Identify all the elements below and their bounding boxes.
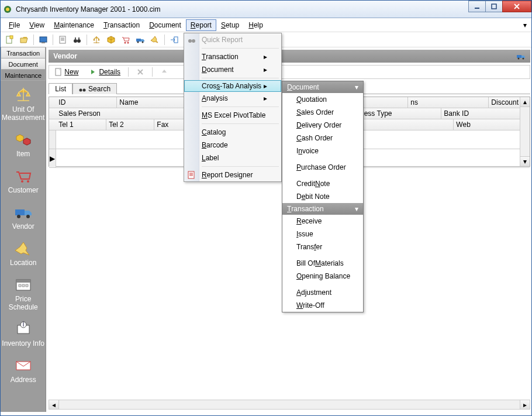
- details-button[interactable]: Details: [85, 66, 125, 78]
- tb-box-icon[interactable]: [105, 33, 118, 46]
- menu-label[interactable]: Label: [184, 152, 281, 164]
- close-button[interactable]: [502, 1, 531, 12]
- submenu-invoice[interactable]: Invoice: [282, 145, 363, 157]
- svg-rect-7: [42, 42, 45, 43]
- envelope-icon: [14, 357, 33, 373]
- binoculars-icon: [79, 85, 86, 92]
- submenu-issue[interactable]: Issue: [282, 228, 363, 240]
- menu-overflow-chevron[interactable]: ▾: [523, 21, 528, 29]
- tb-open-icon[interactable]: [18, 33, 30, 46]
- up-button[interactable]: [156, 66, 172, 78]
- tab-label: List: [55, 85, 66, 93]
- sidebar-item-label: Inventory Info: [2, 339, 44, 348]
- col-business-type[interactable]: siness Type: [353, 108, 441, 119]
- menu-help[interactable]: Help: [244, 19, 268, 31]
- svg-point-38: [83, 89, 86, 92]
- sidebar-item-location[interactable]: Location: [1, 236, 46, 273]
- menu-document[interactable]: Document: [144, 19, 186, 31]
- col-bank-id[interactable]: Bank ID: [441, 108, 530, 119]
- submenu-cash-order[interactable]: Cash Order: [282, 132, 363, 145]
- menu-report[interactable]: Report: [186, 19, 216, 31]
- sidebar-item-item[interactable]: Item: [1, 128, 46, 164]
- menu-catalog[interactable]: Catalog: [184, 126, 281, 139]
- menu-quick-report[interactable]: Quick Report: [184, 33, 281, 46]
- svg-rect-8: [60, 36, 65, 43]
- submenu-opening-balance[interactable]: Opening Balance: [282, 270, 363, 283]
- submenu-delivery-order[interactable]: Delivery Order: [282, 119, 363, 132]
- menu-maintenance[interactable]: Maintenance: [49, 19, 99, 31]
- row-indicator: ▶: [49, 149, 56, 167]
- submenu-sales-order[interactable]: Sales Order: [282, 106, 363, 119]
- info-icon: i: [14, 321, 33, 337]
- scroll-up-icon[interactable]: ▴: [520, 97, 530, 107]
- details-button-label: Details: [99, 68, 120, 76]
- sidebar-tab-document[interactable]: Document: [1, 58, 46, 70]
- svg-point-34: [518, 58, 520, 60]
- submenu-writeoff[interactable]: Write-Off: [282, 299, 363, 312]
- tb-new-icon[interactable]: [3, 33, 16, 46]
- menubar: File View Maintenance Transaction Docume…: [1, 18, 531, 32]
- tab-search[interactable]: Search: [72, 83, 117, 94]
- col-ns[interactable]: ns: [408, 97, 489, 108]
- svg-rect-3: [492, 4, 496, 9]
- menu-barcode[interactable]: Barcode: [184, 139, 281, 152]
- new-button[interactable]: New: [50, 66, 82, 78]
- col-id[interactable]: ID: [56, 97, 117, 108]
- tb-truck-icon[interactable]: [134, 33, 147, 46]
- submenu-section-transaction[interactable]: Transaction▾: [282, 203, 363, 215]
- sidebar-tab-maintenance[interactable]: Maintenance: [1, 69, 46, 81]
- tb-screen-icon[interactable]: [37, 33, 50, 46]
- scroll-down-icon[interactable]: ▾: [520, 156, 530, 166]
- app-window: Chrysanth Inventory Manager 2001 - 1000.…: [0, 0, 532, 416]
- sidebar-item-address[interactable]: Address: [1, 353, 46, 390]
- menu-view[interactable]: View: [25, 19, 49, 31]
- menu-transaction-sub[interactable]: Transaction▸: [184, 50, 281, 63]
- boxes-icon: [14, 131, 33, 147]
- svg-rect-41: [188, 171, 194, 178]
- submenu-section-document[interactable]: Document▾: [282, 81, 363, 93]
- scroll-left-icon[interactable]: ◂: [49, 400, 59, 409]
- tab-list[interactable]: List: [49, 83, 72, 94]
- submenu-bom[interactable]: Bill Of Materials: [282, 257, 363, 270]
- horizontal-scrollbar[interactable]: ◂ ▸: [49, 400, 530, 410]
- submenu-debit-note[interactable]: Debit Note: [282, 190, 363, 203]
- maximize-button[interactable]: [485, 1, 503, 12]
- tb-doc-icon[interactable]: [56, 33, 69, 46]
- svg-rect-11: [75, 37, 76, 40]
- sidebar-item-inventory-info[interactable]: iInventory Info: [1, 317, 46, 353]
- sidebar-item-unit-of-measurement[interactable]: Unit Of Measurement: [1, 83, 46, 128]
- submenu-credit-note[interactable]: Credit Note: [282, 177, 363, 190]
- col-web[interactable]: Web: [454, 119, 530, 130]
- sidebar-item-price-schedule[interactable]: Price Schedule: [1, 273, 46, 317]
- submenu-receive[interactable]: Receive: [282, 215, 363, 228]
- tb-cart-icon[interactable]: [119, 33, 132, 46]
- delete-button[interactable]: [132, 66, 148, 78]
- sidebar-item-customer[interactable]: Customer: [1, 164, 46, 200]
- svg-point-14: [127, 42, 129, 43]
- pin-icon: [14, 240, 33, 256]
- menu-analysis-sub[interactable]: Analysis▸: [184, 92, 281, 105]
- submenu-quotation[interactable]: Quotation: [282, 93, 363, 106]
- minimize-button[interactable]: [468, 1, 486, 12]
- submenu-adjustment[interactable]: Adjustment: [282, 286, 363, 299]
- tb-balance-icon[interactable]: [90, 33, 103, 46]
- tb-binoculars-icon[interactable]: [71, 33, 84, 46]
- sidebar-item-vendor[interactable]: Vendor: [1, 200, 46, 236]
- sidebar-tab-transaction[interactable]: Transaction: [1, 47, 46, 59]
- menu-transaction[interactable]: Transaction: [99, 19, 144, 31]
- vertical-scrollbar[interactable]: ▴ ▾: [520, 97, 530, 166]
- submenu-purchase-order[interactable]: Purchase Order: [282, 161, 363, 174]
- menu-file[interactable]: File: [4, 19, 25, 31]
- menu-report-designer[interactable]: Report Designer: [184, 169, 281, 181]
- tb-pin-icon[interactable]: [148, 33, 161, 46]
- svg-point-37: [80, 89, 82, 92]
- submenu-transfer[interactable]: Transfer: [282, 240, 363, 253]
- col-tel2[interactable]: Tel 2: [106, 119, 154, 130]
- menu-setup[interactable]: Setup: [216, 19, 244, 31]
- tb-arrow-in-icon[interactable]: [168, 33, 181, 46]
- col-tel1[interactable]: Tel 1: [56, 119, 106, 130]
- scroll-right-icon[interactable]: ▸: [520, 400, 530, 409]
- menu-document-sub[interactable]: Document▸: [184, 63, 281, 76]
- menu-crosstab-analysis[interactable]: Cross-Tab Analysis▸: [184, 80, 281, 92]
- menu-ms-excel-pivot[interactable]: MS Excel PivotTable: [184, 109, 281, 122]
